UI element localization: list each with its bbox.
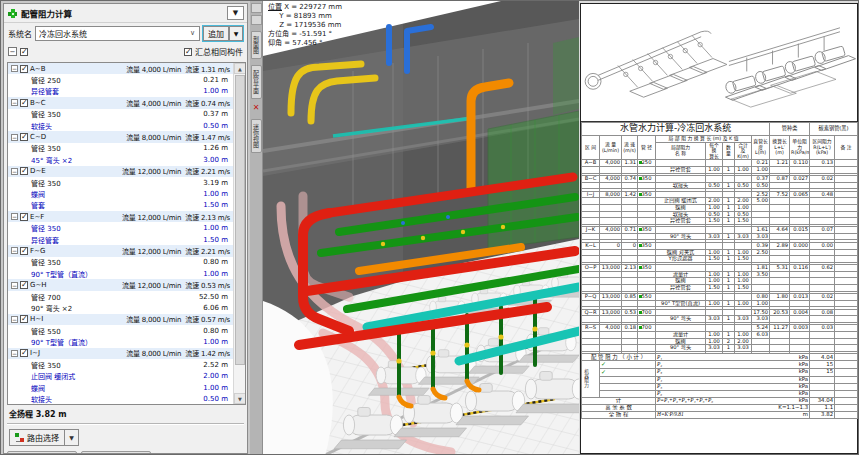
segment-checkbox[interactable] — [20, 315, 28, 323]
scrollbar-thumb[interactable] — [235, 75, 245, 365]
cell — [622, 198, 638, 205]
segment-detail-row[interactable]: 软接头0.50 m — [8, 393, 233, 404]
cell-seg-r: 0.02 — [810, 294, 835, 301]
dialog-titlebar: 配管阻力计算 ▼ — [4, 4, 247, 23]
segment-header[interactable]: −A~B流量 4,000 L/min流速 1.31 m/s — [8, 63, 233, 74]
collapse-toggle-icon[interactable]: − — [11, 350, 18, 357]
detail-value: 1.50 m — [203, 236, 230, 244]
segment-flow: 流量 8,000 L/min — [126, 314, 181, 324]
segment-detail-row[interactable]: 45° 弯头 ×23.00 m — [8, 154, 233, 165]
segment-flow: 流量 12,000 L/min — [122, 166, 181, 176]
segment-header[interactable]: −G~H流量 12,000 L/min流速 0.53 m/s — [8, 279, 233, 290]
segment-detail-row[interactable]: 异径管套1.00 m — [8, 86, 233, 97]
segment-detail-row[interactable]: 管径 3501.26 m — [8, 143, 233, 154]
segment-detail-row[interactable]: 90° 弯头 ×26.06 m — [8, 302, 233, 313]
equip-row-label — [600, 376, 656, 383]
add-dropdown-button[interactable]: ▼ — [229, 26, 243, 41]
collapse-toggle-icon[interactable]: − — [11, 247, 18, 254]
segment-detail-row[interactable]: 蝶阀1.00 m — [8, 188, 233, 199]
view-tab-mini[interactable]: 迷你视图 — [251, 119, 262, 153]
segment-detail-row[interactable]: 管径 3500.37 m — [8, 109, 233, 120]
cell-diameter: 250 — [638, 160, 656, 167]
segment-flow-info: 流量 12,000 L/min流速 2.21 m/s — [122, 166, 230, 176]
cell — [835, 397, 858, 404]
segment-detail-row[interactable]: 管径 70052.50 m — [8, 291, 233, 302]
collapse-toggle-icon[interactable]: − — [11, 65, 18, 72]
summary-head-label: 全 扬 程 — [582, 411, 656, 418]
segment-header[interactable]: −C~D流量 8,000 L/min流速 1.47 m/s — [8, 131, 233, 142]
collapse-toggle-icon[interactable]: − — [11, 99, 18, 106]
segment-header[interactable]: −I~J流量 8,000 L/min流速 1.42 m/s — [8, 348, 233, 359]
segment-header[interactable]: −D~E流量 12,000 L/min流速 2.21 m/s — [8, 166, 233, 177]
strip-button2-icon[interactable] — [251, 15, 262, 25]
cell — [723, 242, 735, 249]
table-row: Q~R13,0000.5370017.5020.530.0040.08 — [582, 309, 858, 316]
segment-checkbox[interactable] — [20, 99, 28, 107]
segment-detail-row[interactable]: 管径 3500.80 m — [8, 257, 233, 268]
strip-button-icon[interactable] — [251, 3, 262, 13]
cell — [638, 256, 656, 263]
segment-header[interactable]: −F~G流量 12,000 L/min流速 2.21 m/s — [8, 245, 233, 256]
cell — [656, 309, 706, 316]
segment-detail-row[interactable]: 90° T型管（直流）1.00 m — [8, 268, 233, 279]
close-view-icon[interactable]: ✕ — [251, 102, 262, 113]
segment-detail-row[interactable]: 管径 2500.21 m — [8, 74, 233, 85]
segment-checkbox[interactable] — [20, 65, 28, 73]
segment-detail-row[interactable]: 软接头0.50 m — [8, 120, 233, 131]
segment-detail-row[interactable]: 管径 3503.19 m — [8, 177, 233, 188]
segment-checkbox[interactable] — [20, 281, 28, 289]
segment-checkbox[interactable] — [20, 349, 28, 357]
dialog-menu-button[interactable]: ▼ — [227, 6, 244, 20]
add-button[interactable]: 追加 — [203, 26, 229, 41]
segment-detail-row[interactable]: 异径管套1.50 m — [8, 234, 233, 245]
cell — [582, 233, 600, 240]
collapse-toggle-icon[interactable]: − — [11, 168, 18, 175]
cell — [735, 294, 752, 301]
cell — [835, 294, 858, 301]
detail-name: 管径 350 — [31, 143, 61, 153]
coord-z: 1719536 mm — [294, 21, 341, 29]
segment-header[interactable]: −B~C流量 4,000 L/min流速 0.74 m/s — [8, 97, 233, 108]
segment-checkbox[interactable] — [20, 213, 28, 221]
collapse-toggle-icon[interactable]: − — [11, 134, 18, 141]
segment-list: −A~B流量 4,000 L/min流速 1.31 m/s管径 2500.21 … — [8, 63, 233, 404]
segment-detail-row[interactable]: 90° T型管（直流）1.00 m — [8, 336, 233, 347]
cell — [600, 204, 622, 211]
cell-fitting-qty: 1 — [723, 256, 735, 263]
cell-fitting-name: 流量计 — [656, 271, 706, 278]
route-dropdown-button[interactable]: ▼ — [65, 429, 79, 446]
segment-header[interactable]: −E~F流量 12,000 L/min流速 2.13 m/s — [8, 211, 233, 222]
segment-header[interactable]: −H~I流量 8,000 L/min流速 0.57 m/s — [8, 314, 233, 325]
segment-detail-row[interactable]: 止回阀 缓闭式2.00 m — [8, 371, 233, 382]
cell-fitting-total: 1.50 — [735, 284, 752, 291]
check-all-checkbox[interactable] — [20, 48, 28, 56]
route-select-button[interactable]: 路由选择 — [9, 429, 65, 446]
collapse-all-button[interactable]: − — [8, 47, 17, 56]
3d-viewport[interactable]: 位置 X = 229727 mm Y = 81893 mm Z = 171953… — [263, 1, 579, 455]
total-head-label: 全扬程 — [9, 410, 33, 419]
segment-detail-row[interactable]: 管套1.50 m — [8, 200, 233, 211]
scroll-up-icon[interactable]: ▲ — [234, 63, 246, 74]
collapse-toggle-icon[interactable]: − — [11, 316, 18, 323]
segment-detail-row[interactable]: 管径 5500.80 m — [8, 325, 233, 336]
system-name-select[interactable]: 冷冻回水系统 ∨ — [35, 26, 200, 41]
segment-detail-row[interactable]: 管径 3502.52 m — [8, 359, 233, 370]
segment-checkbox[interactable] — [20, 247, 28, 255]
segment-checkbox[interactable] — [20, 133, 28, 141]
cell-velocity: 0.71 — [622, 227, 638, 234]
scroll-down-icon[interactable]: ▼ — [234, 393, 246, 404]
collapse-toggle-icon[interactable]: − — [11, 213, 18, 220]
list-scrollbar[interactable]: ▲ ▼ — [233, 63, 245, 404]
collapse-toggle-icon[interactable]: − — [11, 282, 18, 289]
cell-fitting-per: 0.50 — [706, 182, 723, 189]
summarize-checkbox[interactable] — [184, 48, 192, 56]
view-tab-pipe-plan[interactable]: 配管平面 — [251, 65, 262, 99]
cell — [810, 198, 835, 205]
viewport-coordinates: 位置 X = 229727 mm Y = 81893 mm Z = 171953… — [268, 3, 342, 48]
segment-detail-row[interactable]: 蝶阀1.00 m — [8, 382, 233, 393]
detail-value: 1.00 m — [203, 384, 230, 392]
chevron-down-icon[interactable]: ∨ — [186, 27, 199, 40]
view-tab-section[interactable]: 剖面图 — [251, 31, 262, 59]
segment-checkbox[interactable] — [20, 167, 28, 175]
segment-detail-row[interactable]: 管径 3501.00 m — [8, 222, 233, 233]
